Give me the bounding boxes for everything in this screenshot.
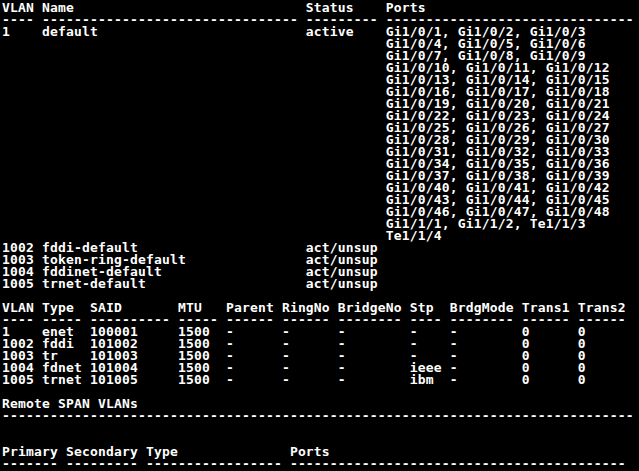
terminal-line: ------- --------- ----------------- ----… (2, 458, 639, 470)
terminal-line: 1005 trnet 101005 1500 - - - ibm - 0 0 (2, 374, 639, 386)
terminal-screen[interactable]: VLAN Name Status Ports---- -------------… (0, 0, 639, 471)
terminal-line (2, 422, 639, 434)
terminal-line: 1005 trnet-default act/unsup (2, 278, 639, 290)
terminal-line: ----------------------------------------… (2, 410, 639, 422)
